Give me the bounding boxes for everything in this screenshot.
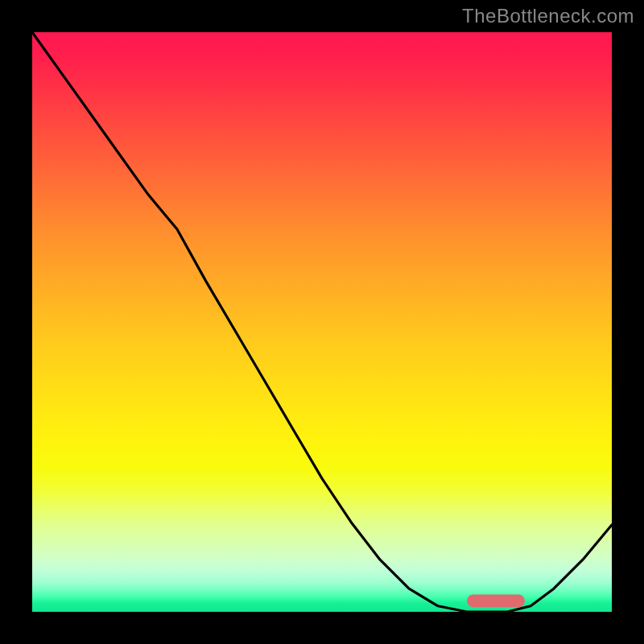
- curve-path: [32, 32, 612, 612]
- watermark-text: TheBottleneck.com: [462, 5, 634, 27]
- optimum-marker: [467, 594, 525, 607]
- plot-overlay: [32, 32, 612, 612]
- chart-container: TheBottleneck.com: [0, 0, 644, 644]
